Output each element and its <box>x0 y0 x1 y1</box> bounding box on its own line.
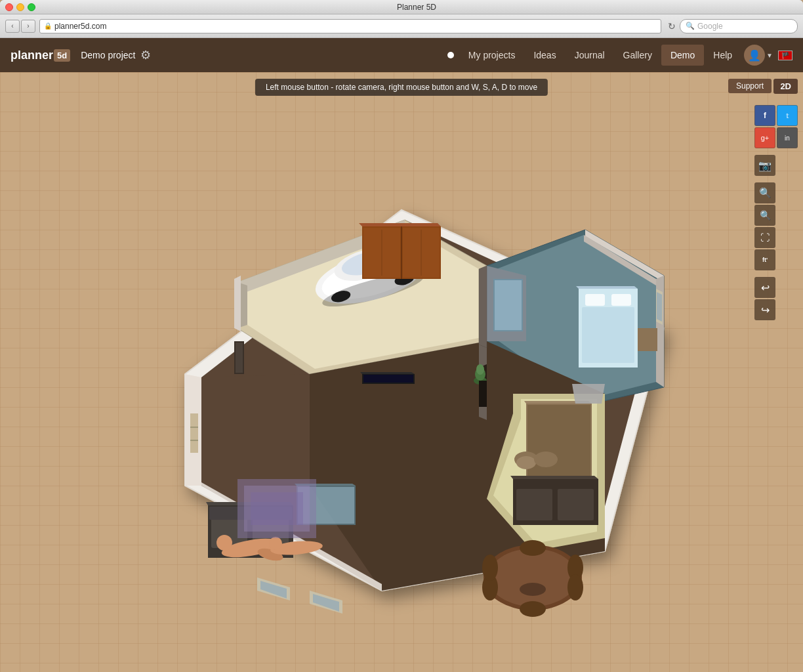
svg-rect-90 <box>190 440 198 441</box>
svg-point-61 <box>567 574 583 600</box>
svg-marker-41 <box>576 286 638 289</box>
logo-text: planner <box>10 49 53 62</box>
main-viewport[interactable]: Left mouse button - rotate camera, right… <box>0 72 803 672</box>
address-bar[interactable]: 🔒 planner5d.com <box>39 19 661 33</box>
nav-link-demo[interactable]: Demo <box>661 45 704 66</box>
url-text: planner5d.com <box>54 22 106 31</box>
svg-point-74 <box>216 535 232 551</box>
svg-marker-22 <box>234 276 241 331</box>
svg-marker-82 <box>510 476 598 479</box>
browser-title: Planner 5D <box>35 3 798 12</box>
search-bar[interactable]: 🔍 Google <box>680 19 798 33</box>
twitter-icon[interactable]: 𝕥 <box>777 105 798 126</box>
svg-marker-99 <box>236 343 243 373</box>
nav-buttons: ‹ › <box>5 20 35 33</box>
project-name[interactable]: Demo project <box>81 50 135 60</box>
language-flag-icon[interactable]: 🏴 <box>778 51 793 60</box>
search-placeholder: Google <box>697 22 723 31</box>
zoom-out-icon[interactable]: 🔍 <box>754 205 775 226</box>
svg-marker-96 <box>657 292 662 322</box>
svg-rect-48 <box>363 375 413 383</box>
share-icon[interactable]: in <box>777 127 798 148</box>
user-dropdown-arrow[interactable]: ▼ <box>766 52 773 59</box>
svg-point-59 <box>520 540 546 556</box>
svg-point-57 <box>488 549 577 606</box>
svg-marker-19 <box>479 266 487 348</box>
maximize-button[interactable] <box>28 3 35 11</box>
facebook-icon[interactable]: f <box>754 105 775 126</box>
svg-marker-80 <box>251 492 303 525</box>
zoom-in-icon[interactable]: 🔍 <box>754 182 775 203</box>
nav-link-myprojects[interactable]: My projects <box>459 45 525 66</box>
logo-badge: 5d <box>54 49 70 62</box>
redo-icon[interactable]: ↪ <box>754 299 775 320</box>
svg-rect-42 <box>585 294 605 306</box>
forward-button[interactable]: › <box>21 20 35 33</box>
social-buttons: f 𝕥 <box>754 105 798 126</box>
svg-rect-88 <box>190 413 198 453</box>
svg-rect-36 <box>363 228 400 278</box>
nav-link-help[interactable]: Help <box>704 45 741 66</box>
browser-window: Planner 5D ‹ › 🔒 planner5d.com ↻ 🔍 Googl… <box>0 0 803 672</box>
svg-marker-55 <box>572 384 605 404</box>
search-icon: 🔍 <box>686 22 695 30</box>
nav-links: My projects Ideas Journal Gallery Demo H… <box>459 45 741 66</box>
svg-point-87 <box>534 452 558 467</box>
svg-point-62 <box>520 601 546 617</box>
view-2d-button[interactable]: 2D <box>773 79 798 94</box>
svg-rect-83 <box>516 489 552 520</box>
minimize-button[interactable] <box>16 3 24 11</box>
social-buttons-2: g+ in <box>754 127 798 148</box>
fullscreen-icon[interactable]: ⛶ <box>754 227 775 248</box>
svg-marker-47 <box>360 372 415 374</box>
measure-icon[interactable]: ft' <box>754 249 775 270</box>
nav-link-ideas[interactable]: Ideas <box>524 45 565 66</box>
nav-link-journal[interactable]: Journal <box>566 45 614 66</box>
nav-dot <box>447 52 454 58</box>
svg-rect-43 <box>611 294 631 306</box>
svg-point-77 <box>269 537 282 550</box>
close-button[interactable] <box>5 3 13 11</box>
svg-point-51 <box>476 364 484 375</box>
svg-rect-89 <box>190 427 198 428</box>
svg-marker-45 <box>638 328 657 351</box>
googleplus-icon[interactable]: g+ <box>754 127 775 148</box>
svg-marker-97 <box>479 381 487 407</box>
undo-icon[interactable]: ↩ <box>754 277 775 298</box>
floorplan-3d[interactable] <box>106 92 697 630</box>
nav-link-gallery[interactable]: Gallery <box>614 45 661 66</box>
svg-point-58 <box>520 583 546 596</box>
app-content: planner 5d Demo project ⚙ My projects Id… <box>0 38 803 672</box>
right-toolbar: f 𝕥 g+ in 📷 🔍 🔍 ⛶ ft' ↩ ↪ <box>754 105 798 320</box>
svg-point-64 <box>482 555 498 581</box>
reload-button[interactable]: ↻ <box>668 21 676 32</box>
lock-icon: 🔒 <box>44 22 52 30</box>
support-button[interactable]: Support <box>728 79 772 93</box>
app-navbar: planner 5d Demo project ⚙ My projects Id… <box>0 38 803 72</box>
svg-rect-84 <box>558 489 594 520</box>
browser-titlebar: Planner 5D <box>0 0 803 14</box>
app-logo: planner 5d <box>10 49 70 62</box>
user-avatar[interactable]: 👤 <box>744 45 765 66</box>
camera-icon[interactable]: 📷 <box>754 155 775 176</box>
traffic-lights <box>5 3 35 11</box>
svg-marker-39 <box>495 280 522 330</box>
browser-toolbar: ‹ › 🔒 planner5d.com ↻ 🔍 Google <box>0 14 803 38</box>
svg-point-86 <box>516 456 536 469</box>
svg-rect-37 <box>403 228 440 278</box>
back-button[interactable]: ‹ <box>5 20 20 33</box>
tooltip-bar: Left mouse button - rotate camera, right… <box>255 79 548 96</box>
settings-gear-icon[interactable]: ⚙ <box>140 48 151 62</box>
svg-rect-44 <box>582 307 634 363</box>
svg-marker-32 <box>359 223 441 226</box>
